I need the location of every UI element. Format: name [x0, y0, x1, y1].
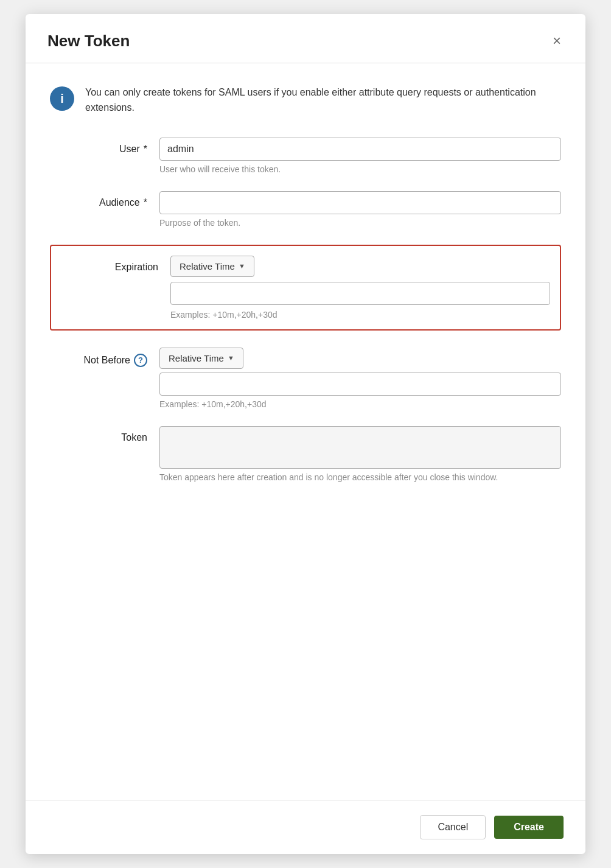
- audience-row: Audience * Purpose of the token.: [50, 191, 561, 228]
- new-token-modal: New Token × i You can only create tokens…: [26, 14, 585, 854]
- expiration-dropdown-arrow: ▼: [239, 262, 245, 270]
- not-before-hint: Examples: +10m,+20h,+30d: [159, 399, 561, 409]
- token-label: Token: [50, 426, 147, 443]
- audience-input[interactable]: [159, 191, 561, 214]
- user-row: User * User who will receive this token.: [50, 138, 561, 174]
- expiration-label: Expiration: [61, 256, 158, 273]
- not-before-dropdown-arrow: ▼: [228, 354, 234, 362]
- audience-hint: Purpose of the token.: [159, 218, 561, 228]
- token-textarea[interactable]: [159, 426, 561, 469]
- not-before-dropdown-label: Relative Time: [169, 353, 224, 363]
- user-input[interactable]: [159, 138, 561, 161]
- expiration-dropdown[interactable]: Relative Time ▼: [170, 256, 254, 277]
- close-button[interactable]: ×: [550, 31, 564, 51]
- not-before-help-icon[interactable]: ?: [134, 354, 147, 367]
- not-before-row: Not Before ? Relative Time ▼ Examples: +…: [50, 348, 561, 409]
- modal-footer: Cancel Create: [26, 800, 585, 854]
- token-row: Token Token appears here after creation …: [50, 426, 561, 482]
- expiration-field: Relative Time ▼ Examples: +10m,+20h,+30d: [170, 256, 550, 320]
- create-button[interactable]: Create: [494, 816, 564, 839]
- audience-field: Purpose of the token.: [159, 191, 561, 228]
- modal-title: New Token: [47, 32, 130, 51]
- info-text: You can only create tokens for SAML user…: [85, 85, 561, 116]
- not-before-label: Not Before ?: [50, 348, 147, 367]
- expiration-box: Expiration Relative Time ▼ Examples: +10…: [50, 245, 561, 331]
- expiration-dropdown-label: Relative Time: [180, 261, 235, 271]
- expiration-hint: Examples: +10m,+20h,+30d: [170, 310, 550, 320]
- cancel-button[interactable]: Cancel: [420, 815, 486, 839]
- token-hint: Token appears here after creation and is…: [159, 472, 561, 482]
- not-before-input[interactable]: [159, 373, 561, 396]
- info-banner: i You can only create tokens for SAML us…: [50, 85, 561, 116]
- user-label: User *: [50, 138, 147, 155]
- modal-header: New Token ×: [26, 14, 585, 63]
- audience-label: Audience *: [50, 191, 147, 208]
- user-hint: User who will receive this token.: [159, 164, 561, 174]
- user-field: User who will receive this token.: [159, 138, 561, 174]
- modal-body: i You can only create tokens for SAML us…: [26, 63, 585, 800]
- expiration-input[interactable]: [170, 282, 550, 305]
- info-icon: i: [50, 86, 74, 111]
- token-field: Token appears here after creation and is…: [159, 426, 561, 482]
- not-before-field: Relative Time ▼ Examples: +10m,+20h,+30d: [159, 348, 561, 409]
- not-before-dropdown[interactable]: Relative Time ▼: [159, 348, 243, 369]
